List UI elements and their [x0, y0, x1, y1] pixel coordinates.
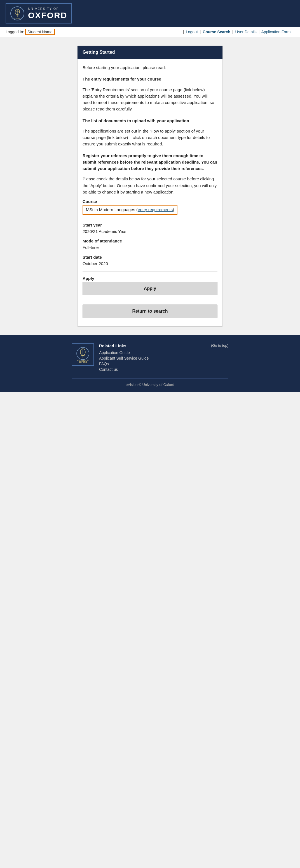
- footer-top: UNIVERSITY OF OXFORD Related Links Appli…: [72, 343, 228, 373]
- evision-text: eVision © University of Oxford: [72, 378, 228, 387]
- mode-section: Mode of attendance Full-time: [83, 239, 217, 251]
- apply-section: Apply Apply: [83, 276, 217, 295]
- footer-crest-icon: UNIVERSITY OF OXFORD: [73, 345, 92, 364]
- warning-text: Register your referees promptly to give …: [83, 152, 217, 172]
- logged-in-section: Logged In: Student Name: [6, 30, 55, 34]
- course-value: MSt in Modern Languages: [86, 207, 135, 212]
- main-content: Getting Started Before starting your app…: [72, 37, 228, 335]
- related-links-title: Related Links: [99, 343, 149, 348]
- return-to-search-button[interactable]: Return to search: [83, 305, 217, 318]
- course-section: Course MSt in Modern Languages (entry re…: [83, 199, 217, 219]
- pipe-1: |: [183, 30, 184, 34]
- pipe-3: |: [232, 30, 233, 34]
- footer-link-faqs[interactable]: FAQs: [99, 362, 149, 366]
- footer-link-self-service-guide[interactable]: Applicant Self Service Guide: [99, 356, 149, 361]
- divider-1: [83, 271, 217, 272]
- course-label: Course: [83, 199, 217, 204]
- course-search-link[interactable]: Course Search: [203, 30, 230, 34]
- pipe-2: |: [200, 30, 201, 34]
- start-date-value: October 2020: [83, 260, 217, 267]
- user-details-link[interactable]: User Details: [235, 30, 257, 34]
- apply-section-label: Apply: [83, 276, 217, 281]
- section2-title: The list of documents to upload with you…: [83, 118, 217, 124]
- check-details-text: Please check the details below for your …: [83, 176, 217, 195]
- section-entry-requirements: The entry requirements for your course T…: [83, 76, 217, 112]
- oxford-label: OXFORD: [28, 11, 67, 20]
- start-year-section: Start year 2020/21 Academic Year: [83, 223, 217, 235]
- footer-link-contact-us[interactable]: Contact us: [99, 367, 149, 372]
- university-of-label: UNIVERSITY OF: [28, 7, 67, 10]
- card-title: Getting Started: [83, 50, 115, 55]
- section1-title: The entry requirements for your course: [83, 76, 217, 82]
- footer-logo-links: UNIVERSITY OF OXFORD Related Links Appli…: [72, 343, 149, 373]
- section1-text: The 'Entry Requirements' section of your…: [83, 86, 217, 113]
- start-year-label: Start year: [83, 223, 217, 227]
- nav-bar: Logged In: Student Name | Logout | Cours…: [0, 27, 300, 37]
- logo-text: UNIVERSITY OF OXFORD: [28, 7, 67, 20]
- nav-links: | Logout | Course Search | User Details …: [182, 30, 294, 34]
- site-header: OXFORD UNIVERSITY OF OXFORD: [0, 0, 300, 27]
- intro-text: Before starting your application, please…: [83, 64, 217, 71]
- student-name-badge: Student Name: [25, 29, 55, 35]
- footer-link-application-guide[interactable]: Application Guide: [99, 350, 149, 355]
- svg-text:OXFORD: OXFORD: [14, 18, 21, 19]
- course-box: MSt in Modern Languages (entry requireme…: [83, 205, 177, 215]
- svg-text:OXFORD: OXFORD: [79, 361, 87, 363]
- logout-link[interactable]: Logout: [186, 30, 198, 34]
- section2-text: The specifications are set out in the 'H…: [83, 128, 217, 147]
- pipe-4: |: [259, 30, 260, 34]
- section-documents: The list of documents to upload with you…: [83, 118, 217, 147]
- entry-requirements-link[interactable]: entry requirements: [138, 207, 173, 212]
- pipe-5: |: [293, 30, 294, 34]
- svg-rect-12: [81, 355, 85, 356]
- go-to-top-link[interactable]: (Go to top): [211, 343, 228, 348]
- card-header: Getting Started: [78, 46, 222, 59]
- footer-inner: UNIVERSITY OF OXFORD Related Links Appli…: [72, 343, 228, 387]
- application-form-link[interactable]: Application Form: [261, 30, 291, 34]
- getting-started-card: Getting Started Before starting your app…: [77, 45, 223, 327]
- logo-box: OXFORD UNIVERSITY OF OXFORD: [6, 3, 72, 24]
- card-body: Before starting your application, please…: [78, 59, 222, 326]
- start-year-value: 2020/21 Academic Year: [83, 228, 217, 235]
- start-date-section: Start date October 2020: [83, 255, 217, 267]
- apply-button[interactable]: Apply: [83, 282, 217, 295]
- start-date-label: Start date: [83, 255, 217, 259]
- mode-label: Mode of attendance: [83, 239, 217, 243]
- oxford-crest-icon: OXFORD: [10, 6, 25, 21]
- footer-links-section: Related Links Application Guide Applican…: [99, 343, 149, 373]
- logged-in-label: Logged In:: [6, 30, 24, 34]
- footer-logo: UNIVERSITY OF OXFORD: [72, 343, 94, 366]
- site-footer: UNIVERSITY OF OXFORD Related Links Appli…: [0, 335, 300, 392]
- mode-value: Full-time: [83, 244, 217, 251]
